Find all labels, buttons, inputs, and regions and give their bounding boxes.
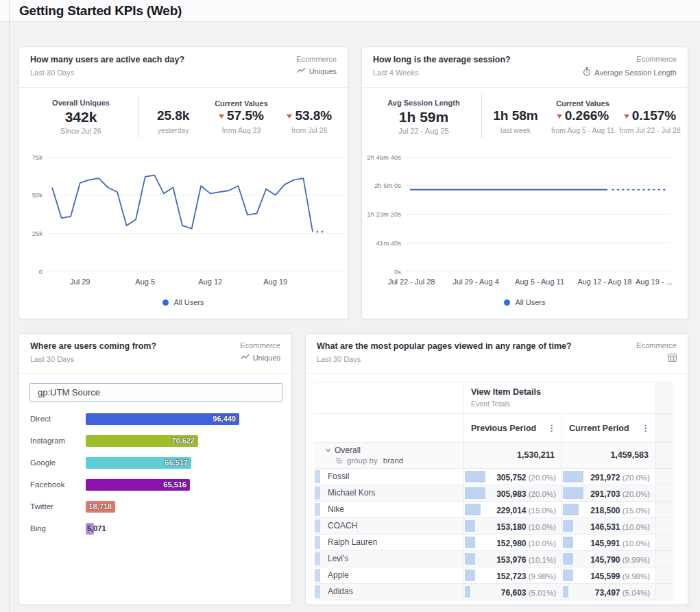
column-menu-kebab-icon[interactable]: ⋮ [547, 423, 556, 433]
previous-value-cell: 229,014 (15.0%) [463, 502, 562, 517]
uniques-sparkline-icon [297, 67, 306, 75]
metric-label: Average Session Length [594, 69, 677, 77]
metric-label: Uniques [309, 67, 337, 75]
overall-cell: Overallgroup bybrand [321, 443, 463, 468]
brand-name-cell: Michael Kors [321, 485, 463, 501]
row-marker-cell [314, 535, 321, 550]
source-label: Ecommerce [240, 341, 280, 350]
bar-value: 66,517 [165, 458, 188, 467]
metric-value: 145,991 [590, 539, 620, 548]
x-axis: Jul 22 - Jul 28Jul 29 - Aug 4Aug 5 - Aug… [406, 278, 671, 289]
current-stat: 1h 58m last week [482, 108, 549, 134]
column-header-label: Previous Period [471, 424, 536, 433]
table-row[interactable]: Levi's153,976 (10.1%)145,790 (9.99%) [314, 551, 673, 567]
data-bar [563, 504, 579, 515]
chart-svg [48, 157, 345, 271]
metric-pct: (20.0%) [527, 474, 556, 482]
table-row[interactable]: Michael Kors305,983 (20.0%)291,703 (20.0… [314, 485, 673, 502]
bar-row: Bing5,071 [30, 522, 285, 536]
data-bar [465, 471, 485, 482]
stat-caption: last week [482, 126, 549, 134]
table-row[interactable]: Nike229,014 (15.0%)218,500 (15.0%) [314, 502, 673, 518]
panel-title: How many users are active each day? [30, 55, 184, 64]
overall-stat-caption: Jul 22 - Aug 25 [366, 127, 481, 135]
table-row[interactable]: COACH153,180 (10.0%)146,531 (10.0%) [314, 518, 673, 535]
overall-row[interactable]: Overallgroup bybrand1,530,2111,459,583 [314, 443, 673, 469]
bar-value: 5,071 [87, 524, 106, 533]
bar-track: 66,517 [86, 457, 285, 469]
stat-value: 1h 58m [493, 108, 538, 123]
previous-value-cell: 153,180 (10.0%) [463, 518, 562, 534]
panel-active-users-card: How many users are active each day? Last… [19, 47, 348, 319]
overall-stat-value: 342k [23, 109, 138, 125]
bar-row: Facebook65,516 [30, 478, 285, 492]
panel-date-range: Last 4 Weeks [373, 69, 511, 77]
row-marker [315, 487, 320, 500]
column-menu-kebab-icon[interactable]: ⋮ [641, 423, 650, 433]
source-label: Ecommerce [296, 55, 337, 63]
metric-value: 145,790 [590, 555, 620, 565]
metric-value: 305,752 [496, 473, 526, 482]
metric-value: 152,723 [496, 572, 526, 581]
table-grid-icon [668, 354, 677, 363]
chart-legend[interactable]: All Users [19, 298, 348, 306]
current-value-cell: 146,531 (10.0%) [562, 518, 655, 534]
stat-caption: from Aug 23 [207, 126, 275, 134]
stats-row: Avg Session Length 1h 59m Jul 22 - Aug 2… [362, 88, 688, 145]
x-axis: Jul 29Aug 5Aug 12Aug 19 [48, 278, 345, 289]
metric-value: 152,980 [496, 539, 526, 548]
panel-date-range: Last 30 Days [30, 355, 156, 363]
bar-category-label: Twitter [30, 502, 84, 511]
utm-source-select[interactable]: gp:UTM Source [29, 383, 282, 402]
stopwatch-icon [583, 67, 591, 77]
row-marker-cell [314, 485, 321, 501]
metric-value: 218,500 [590, 506, 620, 515]
table-row[interactable]: Adidas76,603 (5.01%)73,497 (5.04%) [314, 584, 673, 600]
data-bar [563, 570, 573, 581]
metric-pct: (10.0%) [620, 523, 650, 531]
metric-pct: (20.0%) [527, 490, 556, 498]
table-row[interactable]: Fossil305,752 (20.0%)291,972 (20.0%) [314, 469, 673, 485]
row-marker-cell [314, 584, 321, 600]
page-header: Getting Started KPIs (Web) [0, 0, 700, 22]
metric-value: 73,497 [595, 588, 620, 598]
data-bar [465, 504, 481, 515]
chart-legend[interactable]: All Users [362, 298, 688, 306]
data-bar [465, 537, 475, 548]
bar-category-label: Google [30, 458, 84, 467]
data-bar [563, 586, 568, 598]
overall-stat-label: Overall Uniques [23, 99, 138, 107]
metric-pct: (10.0%) [527, 539, 556, 548]
panel-header: How many users are active each day? Last… [19, 47, 348, 88]
metric-pct: (9.99%) [620, 556, 650, 564]
chart-svg [406, 157, 671, 271]
group-header-cell: View Item DetailsEvent Totals [463, 382, 655, 413]
scroll-gutter [655, 443, 673, 468]
data-bar [563, 537, 573, 548]
trend-down-icon [557, 114, 562, 119]
previous-value-cell: 76,603 (5.01%) [463, 584, 562, 600]
stat-value: 0.157% [632, 108, 676, 123]
current-stat: 53.8% from Jul 26 [276, 108, 343, 134]
y-axis: 75k50k25k0 [19, 157, 43, 271]
group-by-label: group by [347, 456, 378, 465]
current-value-cell: 145,991 (10.0%) [562, 535, 655, 550]
group-by-value: brand [383, 456, 403, 465]
current-value-cell: 291,703 (20.0%) [562, 485, 655, 501]
current-stat: 57.5% from Aug 23 [207, 108, 275, 134]
row-marker [315, 536, 320, 549]
current-value-cell: 291,972 (20.0%) [562, 469, 655, 485]
expand-chevron-icon[interactable] [325, 448, 331, 452]
table-row[interactable]: Ralph Lauren152,980 (10.0%)145,991 (10.0… [314, 535, 673, 551]
bar-value: 65,516 [163, 480, 186, 489]
data-bar [465, 520, 475, 532]
metric-value: 153,976 [496, 555, 526, 565]
previous-value-cell: 153,976 (10.1%) [463, 551, 562, 567]
brand-name-cell: Levi's [321, 551, 463, 567]
metric-value: 305,983 [496, 489, 526, 499]
x-axis-label: Aug 19 [263, 278, 287, 286]
metric-value: 291,703 [590, 489, 620, 499]
column-header-label: Current Period [569, 424, 629, 433]
bar-track: 96,449 [86, 413, 285, 426]
table-row[interactable]: Apple152,723 (9.98%)145,599 (9.98%) [314, 567, 673, 584]
